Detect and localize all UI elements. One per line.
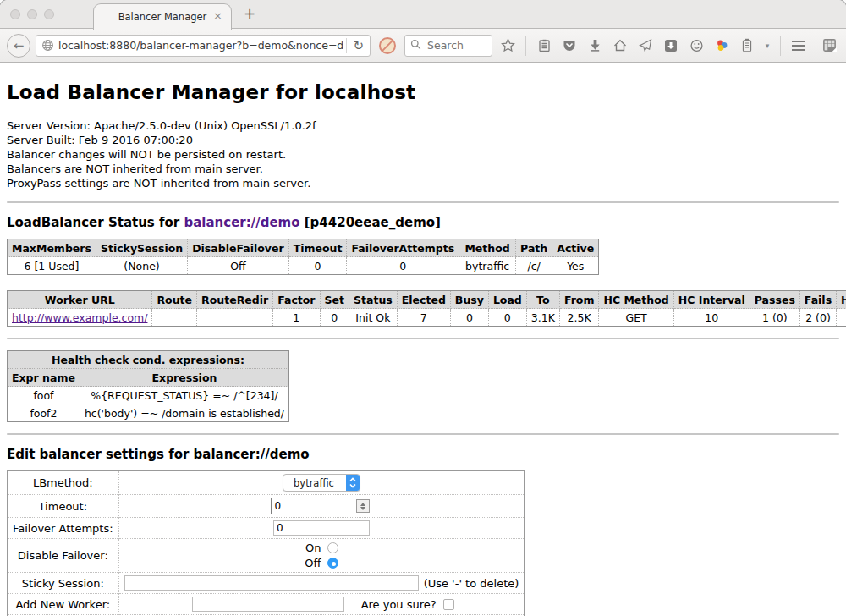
sticky-session-input[interactable] (124, 575, 419, 591)
col-load: Load (488, 291, 526, 309)
col-to: To (526, 291, 559, 309)
col-from: From (559, 291, 599, 309)
extension-download-icon[interactable] (661, 35, 681, 57)
home-icon[interactable] (610, 35, 630, 57)
loadbalancer-status-heading: LoadBalancer Status for balancer://demo … (7, 215, 839, 230)
section-divider (7, 201, 839, 203)
table-header-row: MaxMembers StickySession DisableFailover… (8, 239, 599, 257)
status-heading-prefix: LoadBalancer Status for (7, 215, 184, 230)
cell-expression: hc('body') =~ /domain is established/ (80, 404, 288, 422)
container-battery-icon[interactable] (737, 35, 757, 57)
reload-icon[interactable]: ↻ (350, 38, 366, 53)
toolbar-divider (780, 36, 781, 56)
col-maxmembers: MaxMembers (8, 239, 96, 257)
timeout-input[interactable] (272, 500, 356, 512)
url-bar[interactable]: localhost:8880/balancer-manager?b=demo&n… (36, 35, 371, 57)
select-stepper-icon (346, 475, 360, 491)
zoom-window-button[interactable] (44, 9, 54, 19)
cell-status: Init Ok (349, 309, 398, 327)
url-divider (346, 38, 347, 53)
col-expr-name: Expr name (8, 369, 80, 387)
are-you-sure-label: Are you sure? (361, 598, 437, 611)
cell-method: bytraffic (459, 257, 516, 275)
globe-icon (40, 35, 55, 57)
bookmark-star-icon[interactable] (497, 35, 518, 57)
proxypass-note-line: ProxyPass settings are NOT inherited fro… (7, 176, 839, 190)
balancer-demo-link[interactable]: balancer://demo (184, 215, 299, 230)
persist-note-line: Balancer changes will NOT be persisted o… (7, 147, 839, 162)
cell-busy: 0 (450, 309, 488, 327)
new-tab-button[interactable]: + (244, 5, 255, 22)
cell-from: 2.5K (559, 309, 599, 327)
add-worker-input[interactable] (192, 597, 344, 612)
col-failoverattempts: FailoverAttempts (347, 239, 459, 257)
cell-factor: 1 (273, 309, 320, 327)
downloads-icon[interactable] (585, 35, 605, 57)
search-box[interactable] (404, 35, 492, 57)
col-hc-uri: HC uri (837, 291, 846, 309)
disable-failover-on-radio[interactable] (327, 542, 338, 553)
timeout-input-wrap (271, 498, 371, 514)
menu-hamburger-icon[interactable] (788, 35, 809, 57)
page-title: Load Balancer Manager for localhost (7, 81, 839, 103)
col-path: Path (516, 239, 552, 257)
col-stickysession: StickySession (96, 239, 187, 257)
colors-extension-icon[interactable] (711, 35, 732, 57)
tab-close-icon[interactable]: × (213, 9, 222, 23)
number-spinner-icon[interactable] (356, 499, 370, 513)
col-expression: Expression (80, 369, 288, 387)
failover-attempts-input[interactable] (273, 520, 370, 536)
cell-stickysession: (None) (96, 257, 187, 275)
col-fails: Fails (799, 291, 836, 309)
minimize-window-button[interactable] (27, 9, 37, 19)
timeout-label: Timeout: (8, 495, 119, 518)
cell-expr-name: foof2 (8, 404, 80, 422)
cell-active: Yes (552, 257, 599, 275)
feedback-smiley-icon[interactable] (686, 35, 706, 57)
reading-list-icon[interactable] (534, 35, 554, 57)
worker-table: Worker URL Route RouteRedir Factor Set S… (7, 290, 846, 327)
col-timeout: Timeout (288, 239, 347, 257)
window-controls (10, 9, 54, 19)
content-blocked-icon[interactable] (379, 37, 396, 54)
cell-expression: %{REQUEST_STATUS} =~ /^[234]/ (80, 387, 288, 404)
search-input[interactable] (426, 38, 486, 52)
cell-hc-interval: 10 (673, 309, 750, 327)
cell-maxmembers: 6 [1 Used] (8, 257, 96, 275)
cell-set: 0 (320, 309, 349, 327)
tab-bar: Balancer Manager × + (0, 0, 846, 29)
toolbar-divider (525, 36, 526, 56)
radio-on-label: On (305, 542, 321, 554)
back-button[interactable]: ← (7, 34, 30, 58)
col-route: Route (152, 291, 197, 309)
form-row-disable-failover: Disable Failover: On Off (8, 539, 525, 573)
form-row-sticky-session: Sticky Session: (Use '-' to delete) (8, 573, 525, 594)
lbmethod-select[interactable]: bytraffic (283, 474, 360, 492)
tab-title: Balancer Manager (118, 11, 207, 23)
page-content: Load Balancer Manager for localhost Serv… (0, 63, 846, 616)
col-active: Active (552, 239, 599, 257)
cell-path: /c/ (516, 257, 552, 275)
cell-disablefailover: Off (188, 257, 288, 275)
cell-passes: 1 (0) (750, 309, 799, 327)
send-plane-icon[interactable] (635, 35, 656, 57)
chevron-down-icon[interactable]: ▾ (762, 35, 772, 57)
disable-failover-off-radio[interactable] (327, 558, 338, 569)
close-window-button[interactable] (10, 9, 20, 19)
server-built-line: Server Built: Feb 9 2016 07:00:20 (7, 133, 839, 147)
cell-failoverattempts: 0 (347, 257, 459, 275)
worker-url-link[interactable]: http://www.example.com/ (12, 311, 147, 324)
sticky-session-hint: (Use '-' to delete) (424, 577, 519, 590)
browser-window: Balancer Manager × + ← localhost:8880/ba… (0, 0, 846, 616)
back-arrow-icon: ← (14, 38, 25, 53)
form-row-lbmethod: LBmethod: bytraffic (8, 471, 525, 495)
pocket-icon[interactable] (559, 35, 580, 57)
are-you-sure-checkbox[interactable] (443, 599, 454, 610)
url-text[interactable]: localhost:8880/balancer-manager?b=demo&n… (58, 39, 343, 52)
col-method: Method (459, 239, 516, 257)
tab-balancer-manager[interactable]: Balancer Manager × (93, 3, 232, 30)
cell-route (152, 309, 197, 327)
table-row: foof %{REQUEST_STATUS} =~ /^[234]/ (8, 387, 289, 404)
col-passes: Passes (750, 291, 799, 309)
screenshot-grid-icon[interactable] (819, 35, 839, 57)
